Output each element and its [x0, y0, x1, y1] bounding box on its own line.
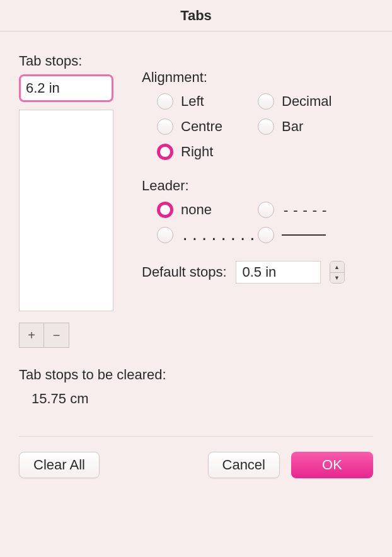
alignment-radio-left[interactable]: Left [157, 93, 258, 110]
clear-all-button[interactable]: Clear All [19, 452, 100, 478]
default-stops-input[interactable] [236, 261, 321, 284]
radio-icon [157, 202, 173, 218]
tab-stops-cleared-label: Tab stops to be cleared: [19, 367, 373, 383]
tab-stops-cleared-value: 15.75 cm [32, 391, 373, 407]
radio-icon [157, 118, 173, 135]
radio-icon [258, 202, 274, 218]
radio-icon [157, 144, 173, 160]
alignment-option-label: Left [181, 93, 204, 110]
default-stops-label: Default stops: [142, 264, 227, 280]
tab-stops-listbox[interactable] [19, 110, 113, 311]
leader-radio-underline[interactable] [258, 227, 359, 243]
alignment-option-label: Decimal [282, 93, 331, 110]
alignment-radio-decimal[interactable]: Decimal [258, 93, 359, 110]
cancel-button[interactable]: Cancel [208, 452, 280, 478]
alignment-radio-right[interactable]: Right [157, 144, 258, 160]
alignment-option-label: Right [181, 144, 213, 160]
dialog-title: Tabs [0, 0, 392, 32]
alignment-label: Alignment: [142, 69, 373, 86]
radio-icon [258, 93, 274, 110]
tab-stop-input-wrapper[interactable] [19, 74, 113, 102]
radio-icon [157, 93, 173, 110]
radio-icon [157, 227, 173, 243]
alignment-option-label: Centre [181, 118, 222, 135]
leader-option-label: ----- [282, 202, 330, 218]
radio-icon [258, 227, 274, 243]
add-tab-stop-button[interactable]: + [19, 323, 44, 348]
tab-stops-label: Tab stops: [19, 53, 373, 69]
stepper-up-icon[interactable]: ▲ [330, 261, 344, 272]
radio-icon [258, 118, 274, 135]
alignment-option-label: Bar [282, 118, 303, 135]
default-stops-stepper[interactable]: ▲ ▼ [330, 261, 345, 284]
leader-radio-dots[interactable]: .......... [157, 227, 258, 243]
tab-stop-input[interactable] [22, 78, 110, 99]
remove-tab-stop-button[interactable]: − [44, 323, 69, 348]
alignment-radio-bar[interactable]: Bar [258, 118, 359, 135]
stepper-down-icon[interactable]: ▼ [330, 272, 344, 283]
alignment-radio-centre[interactable]: Centre [157, 118, 258, 135]
leader-option-label [282, 234, 326, 236]
ok-button[interactable]: OK [291, 452, 373, 478]
leader-radio-dashes[interactable]: ----- [258, 202, 359, 218]
leader-radio-none[interactable]: none [157, 202, 258, 218]
leader-option-label: none [181, 202, 212, 218]
leader-label: Leader: [142, 178, 373, 194]
